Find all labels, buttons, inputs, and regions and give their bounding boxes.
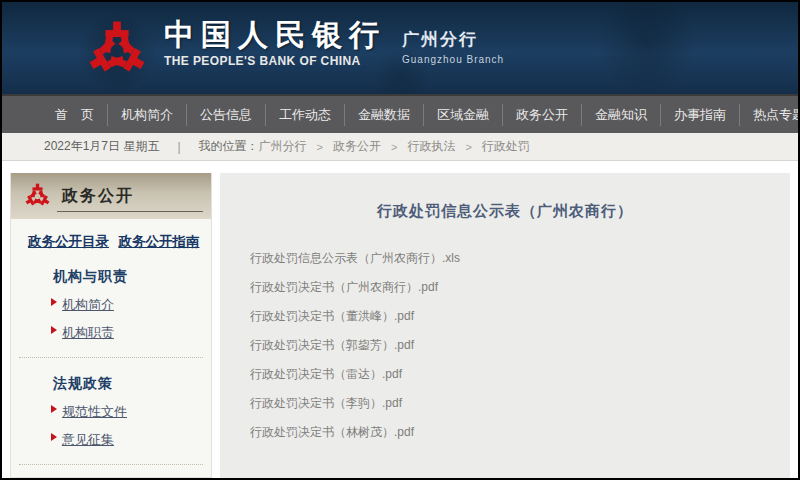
breadcrumb-separator: > <box>317 141 323 153</box>
branch-title: 广州分行 Guangzhou Branch <box>402 28 504 65</box>
crumb-divider: | <box>177 140 180 154</box>
bank-name-en: THE PEOPLE'S BANK OF CHINA <box>164 54 386 68</box>
dotted-divider <box>19 464 203 465</box>
sidebar-top-links: 政务公开目录 政务公开指南 <box>11 232 211 251</box>
date-text: 2022年1月7日 星期五 <box>44 138 159 155</box>
content-area: 政务公开 政务公开目录 政务公开指南 机构与职责 机构简介 机构职责 <box>2 173 798 478</box>
bank-name-cn: 中国人民银行 <box>164 18 386 52</box>
page-title: 行政处罚信息公示表（广州农商行） <box>220 202 790 221</box>
nav-item-announcements[interactable]: 公告信息 <box>187 104 266 126</box>
sidebar-link-disclosure-guide[interactable]: 政务公开指南 <box>118 234 199 249</box>
sidebar-title: 政务公开 <box>62 186 134 207</box>
attachment-list: 行政处罚信息公示表（广州农商行）.xls 行政处罚决定书（广州农商行）.pdf … <box>220 248 790 451</box>
file-link-pdf-bank[interactable]: 行政处罚决定书（广州农商行）.pdf <box>250 280 438 294</box>
nav-item-hot-topics[interactable]: 热点专题 <box>740 104 800 126</box>
breadcrumb-item-branch[interactable]: 广州分行 <box>259 138 307 155</box>
file-link-pdf-person-5[interactable]: 行政处罚决定书（林树茂）.pdf <box>250 425 414 439</box>
list-item: 行政处罚信息公示表（广州农商行）.xls <box>250 248 790 277</box>
breadcrumb-separator: > <box>465 141 471 153</box>
file-link-pdf-person-4[interactable]: 行政处罚决定书（李驹）.pdf <box>250 396 402 410</box>
nav-item-financial-data[interactable]: 金融数据 <box>345 104 424 126</box>
nav-item-work-news[interactable]: 工作动态 <box>266 104 345 126</box>
pboc-mini-logo-icon <box>24 183 51 210</box>
main-nav: 首 页 机构简介 公告信息 工作动态 金融数据 区域金融 政务公开 金融知识 办… <box>2 96 798 133</box>
breadcrumb-item-penalty[interactable]: 行政处罚 <box>482 138 530 155</box>
sidebar: 政务公开 政务公开目录 政务公开指南 机构与职责 机构简介 机构职责 <box>10 173 212 478</box>
list-item: 行政处罚决定书（李驹）.pdf <box>250 393 790 422</box>
sidebar-item-normative-docs[interactable]: 规范性文件 <box>11 402 211 421</box>
sidebar-title-underline <box>57 211 203 212</box>
file-link-pdf-person-2[interactable]: 行政处罚决定书（郭鋆芳）.pdf <box>250 338 414 352</box>
file-link-pdf-person-1[interactable]: 行政处罚决定书（董洪峰）.pdf <box>250 309 414 323</box>
page: 中国人民银行 THE PEOPLE'S BANK OF CHINA 广州分行 G… <box>0 0 800 480</box>
sidebar-section-title: 机构与职责 <box>11 268 211 286</box>
list-item: 行政处罚决定书（董洪峰）.pdf <box>250 306 790 335</box>
sidebar-item-opinion-solicit[interactable]: 意见征集 <box>11 430 211 449</box>
nav-item-about[interactable]: 机构简介 <box>108 104 187 126</box>
breadcrumb-bar: 2022年1月7日 星期五 | 我的位置： 广州分行 > 政务公开 > 行政执法… <box>2 133 798 161</box>
sidebar-section-title: 法规政策 <box>11 375 211 393</box>
dotted-divider <box>19 357 203 358</box>
breadcrumb-item-disclosure[interactable]: 政务公开 <box>333 138 381 155</box>
site-header: 中国人民银行 THE PEOPLE'S BANK OF CHINA 广州分行 G… <box>2 2 798 96</box>
sidebar-item-org-duties[interactable]: 机构职责 <box>11 323 211 342</box>
location-label: 我的位置： <box>199 138 259 155</box>
list-item: 行政处罚决定书（林树茂）.pdf <box>250 422 790 451</box>
main-panel: 行政处罚信息公示表（广州农商行） 行政处罚信息公示表（广州农商行）.xls 行政… <box>220 173 790 478</box>
bank-title: 中国人民银行 THE PEOPLE'S BANK OF CHINA <box>164 18 386 68</box>
sidebar-menu: 政务公开目录 政务公开指南 机构与职责 机构简介 机构职责 <box>11 219 211 478</box>
branch-name-cn: 广州分行 <box>402 28 504 51</box>
breadcrumb-separator: > <box>391 141 397 153</box>
list-item: 行政处罚决定书（雷达）.pdf <box>250 364 790 393</box>
list-item: 行政处罚决定书（广州农商行）.pdf <box>250 277 790 306</box>
list-item: 行政处罚决定书（郭鋆芳）.pdf <box>250 335 790 364</box>
nav-item-financial-knowledge[interactable]: 金融知识 <box>582 104 661 126</box>
breadcrumb-item-enforcement[interactable]: 行政执法 <box>407 138 455 155</box>
pboc-logo-icon <box>86 20 148 82</box>
spacer <box>2 161 798 173</box>
file-link-pdf-person-3[interactable]: 行政处罚决定书（雷达）.pdf <box>250 367 402 381</box>
sidebar-section-policy: 法规政策 规范性文件 意见征集 <box>11 375 211 449</box>
nav-item-service-guide[interactable]: 办事指南 <box>661 104 740 126</box>
nav-item-home[interactable]: 首 页 <box>42 104 108 126</box>
arrow-bullet-icon <box>51 433 57 441</box>
sidebar-section-org: 机构与职责 机构简介 机构职责 <box>11 268 211 342</box>
file-link-xls-table[interactable]: 行政处罚信息公示表（广州农商行）.xls <box>250 251 460 265</box>
arrow-bullet-icon <box>51 405 57 413</box>
arrow-bullet-icon <box>51 326 57 334</box>
sidebar-header: 政务公开 <box>11 173 211 219</box>
sidebar-item-org-intro[interactable]: 机构简介 <box>11 295 211 314</box>
nav-item-gov-disclosure[interactable]: 政务公开 <box>503 104 582 126</box>
arrow-bullet-icon <box>51 298 57 306</box>
nav-item-regional-finance[interactable]: 区域金融 <box>424 104 503 126</box>
sidebar-link-disclosure-catalog[interactable]: 政务公开目录 <box>28 234 109 249</box>
branch-name-en: Guangzhou Branch <box>402 54 504 65</box>
